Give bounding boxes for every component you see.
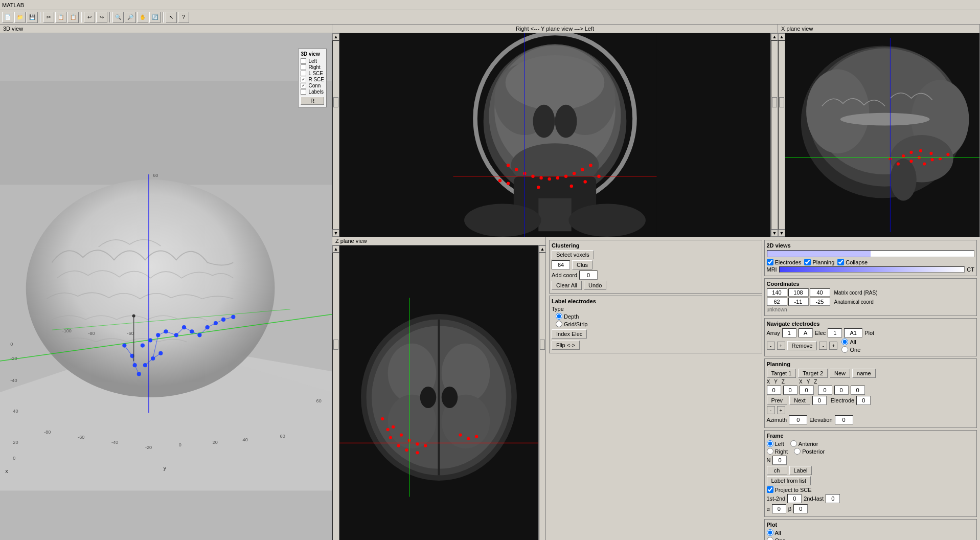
zplane-scrollbar[interactable] [332, 253, 339, 540]
views2d-slider[interactable] [767, 250, 975, 257]
open-button[interactable]: 📁 [14, 12, 26, 23]
grid-strip-radio[interactable] [556, 321, 562, 327]
select-voxels-button[interactable]: Select voxels [552, 250, 594, 259]
name-button[interactable]: name [852, 369, 876, 378]
titlebar: MATLAB [0, 0, 980, 10]
xplane-scroll-down[interactable]: ▼ [778, 230, 785, 237]
array-plus-button[interactable]: + [777, 342, 785, 350]
n-input[interactable] [772, 456, 787, 465]
clustering-value-input[interactable]: 64 [552, 260, 570, 269]
zplane-scroll-up[interactable]: ▲ [332, 245, 339, 253]
yplane-scroll-down[interactable]: ▼ [332, 230, 339, 237]
add-coord-input[interactable]: 0 [579, 271, 598, 280]
electrodes-checkbox[interactable] [767, 259, 773, 265]
redo-button[interactable]: ↪ [96, 12, 107, 23]
frame-left-radio[interactable] [767, 440, 773, 447]
zoom-in-button[interactable]: 🔍 [112, 12, 124, 23]
zplane-scrollbar-right[interactable] [539, 253, 545, 540]
paste-button[interactable]: 📋 [67, 12, 79, 23]
elec-minus-button[interactable]: - [819, 342, 827, 350]
plan-x2-input[interactable] [818, 386, 832, 395]
xplane-canvas[interactable] [785, 33, 979, 237]
electrode-plan-val-input[interactable] [856, 396, 871, 405]
planning-checkbox[interactable] [804, 259, 811, 265]
plan-y2-input[interactable] [834, 386, 849, 395]
legend-r-button[interactable]: R [301, 97, 324, 105]
plot-all-plot-label: All [775, 530, 781, 536]
legend-labels-check[interactable] [301, 89, 306, 95]
elec-val-input[interactable] [828, 328, 842, 338]
plot-one-radio[interactable] [841, 346, 848, 353]
legend-right-check[interactable] [301, 64, 306, 70]
view3d-canvas[interactable]: x y -80 -60 -40 -20 0 20 40 60 40 20 0 6… [0, 33, 332, 538]
undo-button[interactable]: ↩ [84, 12, 95, 23]
yplane-scroll-up[interactable]: ▲ [332, 33, 339, 40]
frame-posterior-radio[interactable] [794, 448, 801, 455]
a-input[interactable] [772, 504, 786, 513]
next-button[interactable]: Next [789, 396, 810, 405]
help-button[interactable]: ? [178, 12, 189, 23]
legend-lsce-check[interactable] [301, 71, 306, 76]
zoom-out-button[interactable]: 🔎 [125, 12, 136, 23]
elevation-input[interactable] [835, 415, 853, 424]
plan-z1-input[interactable] [800, 386, 814, 395]
select-button[interactable]: ↖ [166, 12, 177, 23]
cut-button[interactable]: ✂ [43, 12, 54, 23]
prev-button[interactable]: Prev [767, 396, 788, 405]
legend-rsce-check[interactable] [301, 77, 306, 82]
depth-radio-item: Depth [556, 313, 760, 320]
yplane-scroll-up-right[interactable]: ▲ [771, 33, 778, 40]
mri-slider[interactable] [779, 266, 965, 273]
b-input[interactable] [793, 504, 808, 513]
remove-button[interactable]: Remove [787, 341, 817, 350]
flip-button[interactable]: Flip <-> [552, 341, 580, 350]
index-elec-button[interactable]: Index Elec [552, 329, 587, 339]
yplane-scrollbar[interactable] [332, 40, 339, 230]
new-button-plan[interactable]: New [830, 369, 850, 378]
yplane-scroll-down-right[interactable]: ▼ [771, 230, 778, 237]
elec-name-input[interactable] [844, 328, 862, 338]
clus-button[interactable]: Clus [572, 260, 592, 269]
plot-all-radio[interactable] [841, 339, 848, 345]
ch-button[interactable]: ch [767, 466, 787, 475]
first-second-input[interactable] [787, 494, 802, 503]
array-val-input[interactable] [782, 328, 796, 338]
target2-button[interactable]: Target 2 [798, 369, 828, 378]
xplane-scrollbar[interactable] [778, 40, 785, 230]
legend-conn-check[interactable] [301, 83, 306, 88]
yplane-scrollbar-right[interactable] [771, 40, 778, 230]
elec-plus-button[interactable]: + [829, 342, 837, 350]
xplane-scroll-up[interactable]: ▲ [778, 33, 785, 40]
legend-left-check[interactable] [301, 58, 306, 64]
new-button[interactable]: 📄 [2, 12, 13, 23]
plan-plus-button[interactable]: + [777, 406, 785, 414]
second-last-input[interactable] [826, 494, 840, 503]
array-name-input[interactable] [799, 328, 813, 338]
plan-nav-val-input[interactable] [812, 396, 827, 405]
collapse-checkbox[interactable] [837, 259, 844, 265]
zplane-scroll-up-right[interactable]: ▲ [539, 245, 545, 253]
array-minus-button[interactable]: - [767, 342, 775, 350]
azimuth-input[interactable] [789, 415, 807, 424]
plan-y1-input[interactable] [783, 386, 797, 395]
label-from-list-button[interactable]: Label from list [767, 476, 811, 485]
frame-anterior-radio[interactable] [790, 440, 797, 447]
clear-all-button[interactable]: Clear All [552, 281, 582, 290]
project-sce-checkbox[interactable] [767, 486, 773, 493]
plot-all-plot-radio[interactable] [767, 529, 773, 536]
depth-radio[interactable] [556, 313, 562, 320]
plan-minus-button[interactable]: - [767, 406, 775, 414]
target1-button[interactable]: Target 1 [767, 369, 796, 378]
pan-button[interactable]: ✋ [137, 12, 148, 23]
yplane-canvas[interactable] [339, 33, 770, 237]
plan-x1-input[interactable] [767, 386, 781, 395]
label-button[interactable]: Label [789, 466, 812, 475]
undo-button-cluster[interactable]: Undo [584, 281, 606, 290]
plot-one-plot-radio[interactable] [767, 537, 773, 540]
rotate-button[interactable]: 🔄 [149, 12, 161, 23]
copy-button[interactable]: 📋 [55, 12, 66, 23]
zplane-canvas[interactable] [339, 245, 538, 540]
frame-right-radio[interactable] [767, 448, 773, 455]
save-button[interactable]: 💾 [27, 12, 38, 23]
plan-z2-input[interactable] [851, 386, 865, 395]
